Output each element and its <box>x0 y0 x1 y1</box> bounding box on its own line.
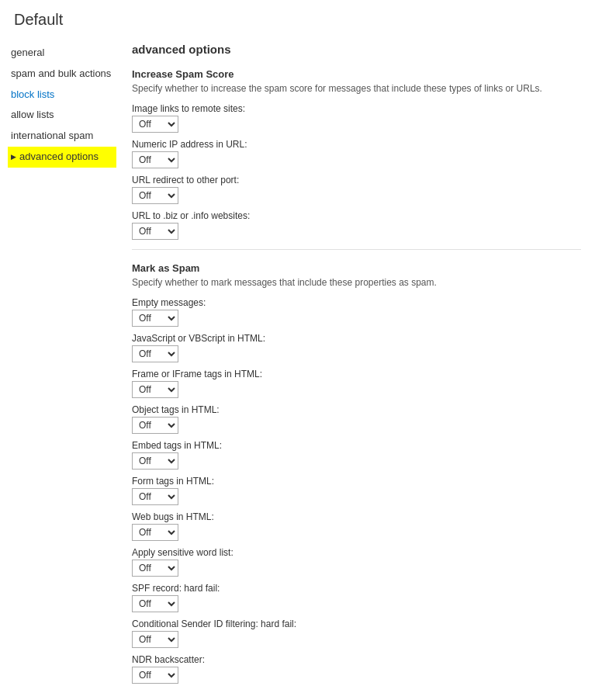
dropdown-apply-sensitive[interactable]: OffOn <box>132 560 178 577</box>
dropdown-wrapper-javascript-vbscript: OffOn <box>132 345 581 362</box>
dropdown-javascript-vbscript[interactable]: OffOn <box>132 345 178 362</box>
dropdown-wrapper-url-biz: OffOn <box>132 223 581 240</box>
page-title: Default <box>0 0 595 36</box>
dropdown-frame-iframe[interactable]: OffOn <box>132 381 178 398</box>
sidebar-item-block-lists[interactable]: block lists <box>8 85 116 106</box>
sidebar-item-spam-and-bulk-actions[interactable]: spam and bulk actions <box>8 64 116 85</box>
main-content: advanced options Increase Spam Score Spe… <box>124 36 595 700</box>
label-image-links: Image links to remote sites: <box>132 103 581 114</box>
increase-spam-fields: Image links to remote sites:OffOnNumeric… <box>132 103 581 240</box>
sidebar-item-allow-lists[interactable]: allow lists <box>8 105 116 126</box>
label-object-tags: Object tags in HTML: <box>132 404 581 415</box>
dropdown-wrapper-apply-sensitive: OffOn <box>132 560 581 577</box>
label-spf-record: SPF record: hard fail: <box>132 583 581 594</box>
section-title: advanced options <box>132 43 581 56</box>
label-web-bugs: Web bugs in HTML: <box>132 511 581 522</box>
mark-as-spam-desc: Specify whether to mark messages that in… <box>132 275 581 289</box>
dropdown-form-tags[interactable]: OffOn <box>132 488 178 505</box>
label-numeric-ip: Numeric IP address in URL: <box>132 139 581 150</box>
dropdown-wrapper-spf-record: OffOn <box>132 595 581 612</box>
increase-spam-score-heading: Increase Spam Score <box>132 68 581 80</box>
dropdown-wrapper-web-bugs: OffOn <box>132 524 581 541</box>
dropdown-url-biz[interactable]: OffOn <box>132 223 178 240</box>
increase-spam-score-desc: Specify whether to increase the spam sco… <box>132 81 581 95</box>
dropdown-wrapper-url-redirect: OffOn <box>132 187 581 204</box>
dropdown-web-bugs[interactable]: OffOn <box>132 524 178 541</box>
label-url-redirect: URL redirect to other port: <box>132 175 581 185</box>
dropdown-image-links[interactable]: OffOn <box>132 116 178 133</box>
label-frame-iframe: Frame or IFrame tags in HTML: <box>132 369 581 379</box>
sidebar-item-advanced-options[interactable]: advanced options <box>8 147 116 168</box>
label-ndr-backscatter: NDR backscatter: <box>132 654 581 665</box>
dropdown-wrapper-conditional-sender: OffOn <box>132 631 581 648</box>
mark-as-spam-fields: Empty messages:OffOnJavaScript or VBScri… <box>132 297 581 684</box>
dropdown-numeric-ip[interactable]: OffOn <box>132 151 178 168</box>
mark-as-spam-section: Mark as Spam Specify whether to mark mes… <box>132 262 581 684</box>
dropdown-wrapper-ndr-backscatter: OffOn <box>132 667 581 684</box>
dropdown-wrapper-image-links: OffOn <box>132 116 581 133</box>
dropdown-object-tags[interactable]: OffOn <box>132 417 178 434</box>
label-url-biz: URL to .biz or .info websites: <box>132 210 581 221</box>
dropdown-url-redirect[interactable]: OffOn <box>132 187 178 204</box>
sidebar: generalspam and bulk actionsblock listsa… <box>0 36 124 700</box>
dropdown-wrapper-embed-tags: OffOn <box>132 452 581 470</box>
dropdown-wrapper-frame-iframe: OffOn <box>132 381 581 398</box>
label-javascript-vbscript: JavaScript or VBScript in HTML: <box>132 333 581 344</box>
mark-as-spam-heading: Mark as Spam <box>132 262 581 274</box>
label-empty-messages: Empty messages: <box>132 297 581 308</box>
dropdown-wrapper-object-tags: OffOn <box>132 417 581 434</box>
increase-spam-score-section: Increase Spam Score Specify whether to i… <box>132 68 581 240</box>
label-embed-tags: Embed tags in HTML: <box>132 440 581 451</box>
label-form-tags: Form tags in HTML: <box>132 476 581 487</box>
sidebar-item-general[interactable]: general <box>8 43 116 64</box>
label-conditional-sender: Conditional Sender ID filtering: hard fa… <box>132 619 581 629</box>
divider-1 <box>132 249 581 250</box>
dropdown-spf-record[interactable]: OffOn <box>132 595 178 612</box>
dropdown-empty-messages[interactable]: OffOn <box>132 310 178 327</box>
dropdown-embed-tags[interactable]: OffOn <box>132 452 178 470</box>
dropdown-wrapper-numeric-ip: OffOn <box>132 151 581 168</box>
dropdown-conditional-sender[interactable]: OffOn <box>132 631 178 648</box>
dropdown-wrapper-form-tags: OffOn <box>132 488 581 505</box>
sidebar-item-international-spam[interactable]: international spam <box>8 126 116 147</box>
dropdown-wrapper-empty-messages: OffOn <box>132 310 581 327</box>
dropdown-ndr-backscatter[interactable]: OffOn <box>132 667 178 684</box>
label-apply-sensitive: Apply sensitive word list: <box>132 547 581 558</box>
